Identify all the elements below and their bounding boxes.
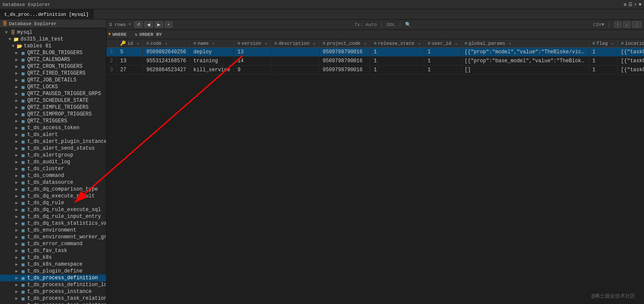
th-global-params[interactable]: ≡global_params ⇅ [461, 39, 589, 48]
tree-item-t_ds_environment[interactable]: ▶ ▦ t_ds_environment [0, 227, 106, 234]
toolbar-icon-1[interactable]: ⚙ [624, 2, 627, 7]
th-name[interactable]: ≡name ⇅ [190, 39, 234, 48]
tree-item-t_ds_error_command[interactable]: ▶ ▦ t_ds_error_command [0, 240, 106, 247]
table-label-QRTZ_SIMPLE_TRIGGERS: QRTZ_SIMPLE_TRIGGERS [26, 104, 89, 110]
tree-item-t_ds_fav_task[interactable]: ▶ ▦ t_ds_fav_task [0, 247, 106, 254]
tree-item-t_ds_datasource[interactable]: ▶ ▦ t_ds_datasource [0, 179, 106, 186]
tree-item-t_ds_dq_execute_result[interactable]: ▶ ▦ t_ds_dq_execute_result [0, 193, 106, 200]
tree-item-t_ds_process_definition_log[interactable]: ▶ ▦ t_ds_process_definition_log [0, 281, 106, 288]
add-btn[interactable]: + [165, 21, 172, 28]
cell-name-1: training [190, 57, 234, 66]
th-description[interactable]: ≡description ⇅ [271, 39, 319, 48]
cell-description-2 [271, 66, 319, 75]
tree-item-QRTZ_CRON_TRIGGERS[interactable]: ▶ ▦ QRTZ_CRON_TRIGGERS [0, 63, 106, 70]
tree-item-t_ds_dq_rule_input_entry[interactable]: ▶ ▦ t_ds_dq_rule_input_entry [0, 213, 106, 220]
tree-item-tables[interactable]: ▼ 📂 tables 81 [0, 43, 106, 49]
th-user-id[interactable]: ≡user_id ⇅ [424, 39, 461, 48]
tree-item-t_ds_k8s_namespace[interactable]: ▶ ▦ t_ds_k8s_namespace [0, 261, 106, 268]
tree-item-t_ds_process_definition[interactable]: ▶ ▦ t_ds_process_definition [0, 275, 106, 281]
table-label-QRTZ_SIMPROP_TRIGGERS: QRTZ_SIMPROP_TRIGGERS [26, 111, 92, 117]
tree-item-QRTZ_FIRED_TRIGGERS[interactable]: ▶ ▦ QRTZ_FIRED_TRIGGERS [0, 70, 106, 77]
tree-item-QRTZ_PAUSED_TRIGGER_GRPS[interactable]: ▶ ▦ QRTZ_PAUSED_TRIGGER_GRPS [0, 90, 106, 97]
arrow-t_ds_process_definition_log: ▶ [14, 282, 20, 287]
tree-item-t_ds_access_token[interactable]: ▶ ▦ t_ds_access_token [0, 124, 106, 131]
options-btn[interactable]: ⋮ [632, 21, 641, 28]
table-label-t_ds_error_command: t_ds_error_command [26, 241, 83, 247]
tree-item-t_ds_process_task_relation[interactable]: ▶ ▦ t_ds_process_task_relation [0, 295, 106, 302]
tree-item-mysql[interactable]: ▼ 🗄 mysql [0, 29, 106, 36]
arrow-t_ds_command: ▶ [14, 173, 20, 178]
csv-label[interactable]: CSV▼ [593, 22, 604, 27]
table-row[interactable]: 1 5 9509802640256 deploy 13 950979879001… [106, 48, 644, 57]
table-icon-QRTZ_TRIGGERS: ▦ [20, 119, 26, 124]
table-label-t_ds_alert_send_status: t_ds_alert_send_status [26, 145, 95, 151]
table-label-t_ds_dq_rule: t_ds_dq_rule [26, 200, 64, 206]
tree-item-t_ds_plugin_define[interactable]: ▶ ▦ t_ds_plugin_define [0, 268, 106, 275]
tree-item-schema[interactable]: ▼ 📁 ds315_lim_test [0, 36, 106, 43]
import-btn[interactable]: ↓ [623, 21, 630, 28]
tree-item-t_ds_dq_rule_execute_sql[interactable]: ▶ ▦ t_ds_dq_rule_execute_sql [0, 206, 106, 213]
tree-item-t_ds_environment_worker_group_relation[interactable]: ▶ ▦ t_ds_environment_worker_group_relati… [0, 234, 106, 240]
cell-id-0: 5 [117, 48, 143, 57]
cell-global-params-0: [{"prop":"model","value":"TheBloke/vicun… [461, 48, 589, 57]
search-icon[interactable]: 🔍 [405, 22, 411, 27]
table-label-QRTZ_FIRED_TRIGGERS: QRTZ_FIRED_TRIGGERS [26, 70, 86, 76]
tree-item-t_ds_command[interactable]: ▶ ▦ t_ds_command [0, 172, 106, 179]
tree-item-t_ds_dq_rule[interactable]: ▶ ▦ t_ds_dq_rule [0, 200, 106, 206]
tree-item-QRTZ_SCHEDULER_STATE[interactable]: ▶ ▦ QRTZ_SCHEDULER_STATE [0, 97, 106, 104]
tree-item-t_ds_k8s[interactable]: ▶ ▦ t_ds_k8s [0, 254, 106, 261]
tree-item-t_ds_process_task_relation_log[interactable]: ▶ ▦ t_ds_process_task_relation_log [0, 302, 106, 304]
tree-item-QRTZ_SIMPLE_TRIGGERS[interactable]: ▶ ▦ QRTZ_SIMPLE_TRIGGERS [0, 104, 106, 111]
table-label-t_ds_dq_comparison_type: t_ds_dq_comparison_type [26, 186, 98, 192]
cell-release-state-2: 1 [370, 66, 424, 75]
tree-item-t_ds_cluster[interactable]: ▶ ▦ t_ds_cluster [0, 165, 106, 172]
th-code[interactable]: ≡code ⇅ [143, 39, 190, 48]
toolbar-icon-2[interactable]: ☰ [628, 2, 632, 7]
th-id[interactable]: 🔑id ⇅ [117, 39, 143, 48]
th-release-state[interactable]: ≡release_state ⇅ [370, 39, 424, 48]
th-project-code[interactable]: ≡project_code ⇅ [319, 39, 370, 48]
tree-item-t_ds_dq_comparison_type[interactable]: ▶ ▦ t_ds_dq_comparison_type [0, 186, 106, 193]
tree-item-t_ds_alert[interactable]: ▶ ▦ t_ds_alert [0, 131, 106, 138]
th-name-icon: ≡ [193, 41, 196, 46]
cell-flag-1: 1 [589, 57, 617, 66]
arrow-t_ds_process_task_relation: ▶ [14, 296, 20, 301]
arrow-QRTZ_FIRED_TRIGGERS: ▶ [14, 71, 20, 76]
table-icon-t_ds_dq_rule: ▦ [20, 200, 26, 206]
tree-item-t_ds_alert_plugin_instance[interactable]: ▶ ▦ t_ds_alert_plugin_instance [0, 138, 106, 145]
sidebar-title: Database Explorer [9, 21, 57, 26]
cell-project-code-1: 9509798790016 [319, 57, 370, 66]
table-icon-t_ds_dq_rule_execute_sql: ▦ [20, 207, 26, 213]
table-row[interactable]: 2 13 9553124168576 training 14 950979879… [106, 57, 644, 66]
prev-btn[interactable]: ◀ [144, 21, 153, 28]
tree-item-QRTZ_BLOB_TRIGGERS[interactable]: ▶ ▦ QRTZ_BLOB_TRIGGERS [0, 49, 106, 56]
table-label-t_ds_dq_rule_execute_sql: t_ds_dq_rule_execute_sql [26, 207, 101, 213]
th-user-id-icon: ≡ [428, 41, 431, 46]
arrow-t_ds_dq_rule: ▶ [14, 200, 20, 206]
tree-item-QRTZ_LOCKS[interactable]: ▶ ▦ QRTZ_LOCKS [0, 84, 106, 90]
th-locations[interactable]: ≡locations ⇅ [617, 39, 644, 48]
tree-item-t_ds_audit_log[interactable]: ▶ ▦ t_ds_audit_log [0, 159, 106, 165]
tree-item-t_ds_alert_send_status[interactable]: ▶ ▦ t_ds_alert_send_status [0, 145, 106, 152]
refresh-btn[interactable]: ↺ [134, 21, 143, 28]
tree-item-t_ds_dq_task_statistics_value[interactable]: ▶ ▦ t_ds_dq_task_statistics_value [0, 220, 106, 227]
cell-user-id-1: 1 [424, 57, 461, 66]
schema-icon: 📁 [13, 37, 20, 42]
tree-item-QRTZ_TRIGGERS[interactable]: ▶ ▦ QRTZ_TRIGGERS [0, 118, 106, 124]
tree-item-QRTZ_JOB_DETAILS[interactable]: ▶ ▦ QRTZ_JOB_DETAILS [0, 77, 106, 84]
tree-item-QRTZ_SIMPROP_TRIGGERS[interactable]: ▶ ▦ QRTZ_SIMPROP_TRIGGERS [0, 111, 106, 118]
row-num-2: 3 [106, 66, 117, 75]
th-user-id-sort: ⇅ [455, 42, 457, 46]
active-tab[interactable]: t_ds_proc...definition [mysql] [0, 9, 93, 20]
row-num-1: 2 [106, 57, 117, 66]
th-version[interactable]: ≡version ⇅ [234, 39, 271, 48]
next-btn[interactable]: ▶ [155, 21, 163, 28]
table-row[interactable]: 3 27 9628864523427 kill_service 9 950979… [106, 66, 644, 75]
toolbar-icon-4[interactable]: ▼ [638, 2, 641, 7]
tree-item-t_ds_process_instance[interactable]: ▶ ▦ t_ds_process_instance [0, 288, 106, 295]
toolbar-icon-3[interactable]: ⚡ [634, 2, 637, 7]
tree-item-QRTZ_CALENDARS[interactable]: ▶ ▦ QRTZ_CALENDARS [0, 56, 106, 63]
th-flag[interactable]: ≡flag ⇅ [589, 39, 617, 48]
export-btn[interactable]: ↑ [614, 21, 621, 28]
tree-item-t_ds_alertgroup[interactable]: ▶ ▦ t_ds_alertgroup [0, 152, 106, 159]
